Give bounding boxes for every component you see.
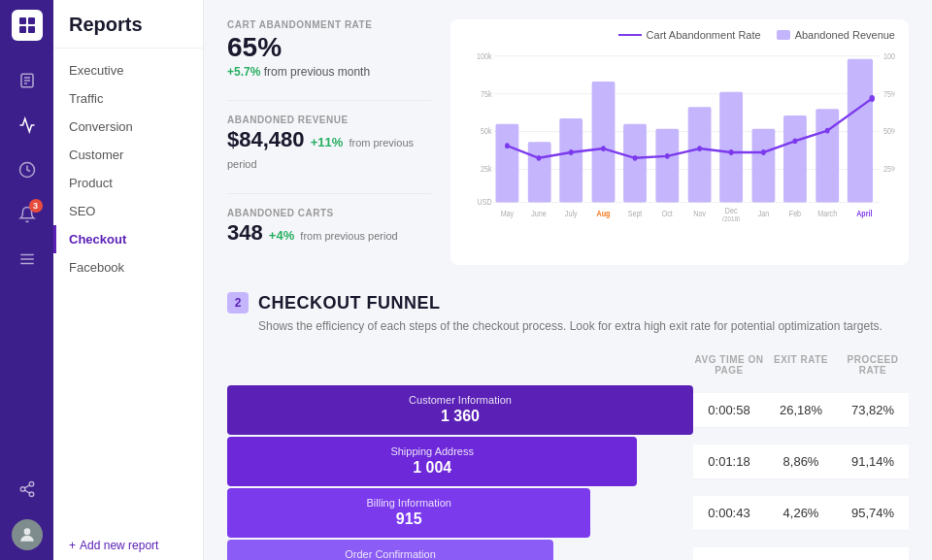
add-report-button[interactable]: + Add new report bbox=[53, 531, 203, 560]
svg-rect-38 bbox=[688, 107, 712, 202]
funnel-row-customer-info: Customer Information 1 360 0:00:58 26,18… bbox=[227, 385, 909, 435]
svg-text:25k: 25k bbox=[481, 165, 491, 175]
exit-rate-customer-info: 26,18% bbox=[765, 393, 837, 427]
svg-rect-43 bbox=[848, 59, 873, 203]
proceed-rate-customer-info: 73,82% bbox=[837, 393, 909, 427]
nav-item-conversion[interactable]: Conversion bbox=[53, 113, 203, 141]
chart-legend: Cart Abandonment Rate Abandoned Revenue bbox=[464, 29, 895, 41]
checkout-funnel-section: 2 CHECKOUT FUNNEL Shows the efficiency o… bbox=[227, 292, 909, 560]
svg-point-14 bbox=[29, 492, 34, 497]
svg-rect-40 bbox=[752, 129, 776, 203]
svg-point-52 bbox=[761, 149, 766, 155]
bar-label-shipping: Shipping Address bbox=[390, 445, 474, 458]
bar-label-billing: Billing Information bbox=[366, 496, 450, 510]
funnel-title: CHECKOUT FUNNEL bbox=[258, 293, 441, 313]
svg-rect-32 bbox=[496, 124, 519, 203]
notification-badge: 3 bbox=[29, 199, 43, 213]
svg-point-55 bbox=[869, 95, 875, 102]
col-proceed-rate: PROCEED RATE bbox=[837, 354, 909, 376]
funnel-bar-customer-info: Customer Information 1 360 bbox=[227, 385, 693, 435]
svg-text:May: May bbox=[501, 209, 514, 218]
col-avg-time: AVG TIME ON PAGE bbox=[693, 354, 765, 376]
document-nav-icon[interactable] bbox=[10, 63, 45, 98]
svg-text:50%: 50% bbox=[883, 127, 895, 137]
legend-line-label: Cart Abandonment Rate bbox=[647, 29, 761, 41]
funnel-data-order-confirm: 0:00:58 4,79% 95,21% bbox=[693, 547, 909, 560]
exit-rate-billing: 4,26% bbox=[765, 496, 837, 530]
cart-rate-metric: CART ABANDONMENT RATE 65% +5.7% from pre… bbox=[227, 19, 431, 79]
svg-point-48 bbox=[633, 155, 638, 161]
nav-item-traffic[interactable]: Traffic bbox=[53, 84, 203, 113]
svg-rect-39 bbox=[719, 92, 743, 203]
funnel-header: 2 CHECKOUT FUNNEL bbox=[227, 292, 909, 313]
nav-panel: Reports Executive Traffic Conversion Cus… bbox=[53, 0, 204, 560]
funnel-grid: AVG TIME ON PAGE EXIT RATE PROCEED RATE … bbox=[227, 350, 909, 560]
col-exit-rate: EXIT RATE bbox=[765, 354, 837, 376]
funnel-data-billing: 0:00:43 4,26% 95,74% bbox=[693, 496, 909, 531]
svg-rect-42 bbox=[816, 109, 839, 202]
svg-rect-0 bbox=[19, 17, 26, 24]
nav-item-checkout[interactable]: Checkout bbox=[53, 225, 203, 253]
svg-point-47 bbox=[601, 146, 606, 151]
svg-text:Oct: Oct bbox=[662, 209, 674, 218]
user-avatar[interactable] bbox=[12, 519, 43, 550]
chart-svg: 100k 75k 50k 25k USD 100% 75% 50% 25% bbox=[464, 47, 895, 221]
gauge-nav-icon[interactable] bbox=[10, 152, 45, 187]
legend-line-icon bbox=[618, 34, 642, 36]
svg-point-46 bbox=[569, 149, 574, 155]
svg-point-45 bbox=[537, 155, 542, 161]
legend-bar-icon bbox=[777, 30, 790, 40]
chart-nav-icon[interactable] bbox=[10, 108, 45, 143]
svg-text:Jan: Jan bbox=[758, 209, 769, 218]
svg-rect-2 bbox=[19, 26, 26, 33]
share-nav-icon[interactable] bbox=[10, 472, 45, 507]
avg-time-customer-info: 0:00:58 bbox=[693, 393, 765, 427]
bar-label-order-confirm: Order Confirmation bbox=[345, 547, 436, 560]
abandoned-carts-label: ABANDONED CARTS bbox=[227, 208, 431, 218]
funnel-row-order-confirm: Order Confirmation 876 0:00:58 4,79% 95,… bbox=[227, 540, 909, 560]
legend-bar-item: Abandoned Revenue bbox=[777, 29, 895, 41]
nav-item-customer[interactable]: Customer bbox=[53, 141, 203, 169]
svg-text:Aug: Aug bbox=[597, 209, 611, 218]
svg-text:50k: 50k bbox=[481, 127, 491, 137]
svg-point-54 bbox=[825, 128, 830, 134]
svg-text:USD: USD bbox=[478, 198, 492, 208]
funnel-bar-order-confirm: Order Confirmation 876 bbox=[227, 540, 693, 560]
avg-time-order-confirm: 0:00:58 bbox=[693, 547, 765, 560]
funnel-row-billing: Billing Information 915 0:00:43 4,26% 95… bbox=[227, 488, 909, 538]
svg-text:(2018): (2018) bbox=[722, 214, 740, 221]
nav-item-facebook[interactable]: Facebook bbox=[53, 253, 203, 281]
funnel-header-spacer bbox=[227, 350, 693, 381]
svg-line-16 bbox=[24, 485, 29, 488]
nav-item-product[interactable]: Product bbox=[53, 169, 203, 197]
svg-rect-3 bbox=[28, 26, 35, 33]
funnel-header-cols: AVG TIME ON PAGE EXIT RATE PROCEED RATE bbox=[693, 350, 909, 381]
list-nav-icon[interactable] bbox=[10, 242, 45, 277]
abandoned-revenue-metric: ABANDONED REVENUE $84,480 +11% from prev… bbox=[227, 115, 431, 172]
cart-abandonment-section: CART ABANDONMENT RATE 65% +5.7% from pre… bbox=[227, 19, 909, 265]
proceed-rate-shipping: 91,14% bbox=[837, 445, 909, 478]
funnel-row-shipping: Shipping Address 1 004 0:01:18 8,86% 91,… bbox=[227, 437, 909, 486]
svg-line-15 bbox=[24, 490, 29, 493]
nav-item-executive[interactable]: Executive bbox=[53, 56, 203, 84]
svg-point-49 bbox=[665, 153, 670, 159]
cart-rate-label: CART ABANDONMENT RATE bbox=[227, 19, 431, 30]
svg-point-12 bbox=[29, 482, 34, 487]
legend-line-item: Cart Abandonment Rate bbox=[618, 29, 761, 41]
app-logo bbox=[12, 10, 43, 41]
abandoned-revenue-value: $84,480 +11% from previous period bbox=[227, 129, 431, 172]
exit-rate-shipping: 8,86% bbox=[765, 445, 837, 478]
svg-point-51 bbox=[729, 149, 734, 155]
abandoned-carts-value: 348 +4% from previous period bbox=[227, 222, 431, 244]
nav-items: Executive Traffic Conversion Customer Pr… bbox=[53, 49, 203, 531]
main-content: CART ABANDONMENT RATE 65% +5.7% from pre… bbox=[204, 0, 932, 560]
svg-text:100%: 100% bbox=[883, 51, 895, 61]
metrics-panel: CART ABANDONMENT RATE 65% +5.7% from pre… bbox=[227, 19, 431, 265]
funnel-data-customer-info: 0:00:58 26,18% 73,82% bbox=[693, 393, 909, 428]
nav-item-seo[interactable]: SEO bbox=[53, 197, 203, 225]
bell-nav-icon[interactable]: 3 bbox=[10, 197, 45, 232]
bar-value-customer-info: 1 360 bbox=[441, 407, 480, 427]
cart-rate-value: 65% bbox=[227, 34, 431, 61]
svg-text:75%: 75% bbox=[883, 89, 895, 99]
svg-text:Nov: Nov bbox=[693, 209, 706, 218]
